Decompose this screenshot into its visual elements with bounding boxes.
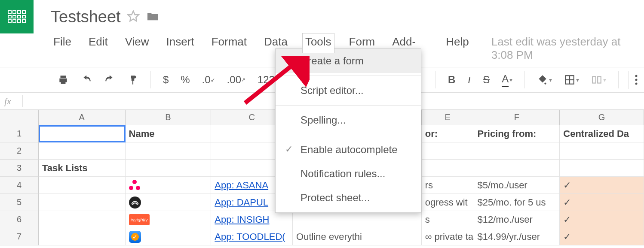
cell-E7[interactable]: ∞ private tasks	[422, 228, 474, 245]
merge-cells-icon[interactable]: ▾	[589, 73, 609, 87]
menu-view[interactable]: View	[123, 33, 152, 50]
menu-enable-autocomplete[interactable]: Enable autocomplete	[276, 138, 421, 162]
cell-G5[interactable]: ✓	[560, 194, 644, 211]
menu-script-editor[interactable]: Script editor...	[276, 79, 421, 103]
cell-F6[interactable]: $12/mo./user	[474, 211, 560, 228]
cell-E1[interactable]: or:	[422, 125, 474, 142]
cell-E4[interactable]: rs	[422, 177, 474, 194]
menu-insert[interactable]: Insert	[164, 33, 197, 50]
fill-color-icon[interactable]: ▾	[534, 73, 555, 87]
star-icon[interactable]	[127, 10, 140, 24]
cell-F1[interactable]: Pricing from:	[474, 125, 560, 142]
menu-spelling[interactable]: Spelling...	[276, 108, 421, 132]
cell[interactable]	[422, 160, 474, 177]
menu-form[interactable]: Form	[347, 33, 378, 50]
cell[interactable]	[560, 160, 644, 177]
cell-B4-icon[interactable]	[126, 177, 212, 194]
cell-D7[interactable]: Outline everythi	[293, 228, 422, 245]
menu-notification-rules[interactable]: Notification rules...	[276, 162, 421, 186]
paint-format-icon[interactable]	[125, 73, 141, 87]
strikethrough-button[interactable]: S	[480, 72, 492, 88]
cell-A3[interactable]: Task Lists	[39, 160, 126, 177]
cell[interactable]	[293, 211, 422, 228]
menu-protect-sheet[interactable]: Protect sheet...	[276, 186, 421, 210]
col-header-G[interactable]: G	[560, 110, 644, 125]
tools-dropdown: Create a form Script editor... Spelling.…	[275, 48, 421, 213]
format-currency[interactable]: $	[160, 72, 171, 88]
cell-B6-icon[interactable]: insightly	[126, 211, 212, 228]
menu-file[interactable]: File	[51, 33, 74, 50]
cell-G4[interactable]: ✓	[560, 177, 644, 194]
increase-decimal[interactable]: .00↗	[224, 72, 248, 88]
cell-C7[interactable]: App: TOODLED(	[211, 228, 293, 245]
cell-C6[interactable]: App: INSIGH	[211, 211, 293, 228]
menu-data[interactable]: Data	[261, 33, 290, 50]
menu-edit[interactable]: Edit	[86, 33, 110, 50]
italic-button[interactable]: I	[465, 73, 473, 88]
cell-G7[interactable]: ✓	[560, 228, 644, 245]
cell[interactable]	[39, 228, 126, 245]
cell[interactable]	[39, 211, 126, 228]
cell-F5[interactable]: $25/mo. for 5 us	[474, 194, 560, 211]
undo-icon[interactable]	[78, 73, 95, 87]
format-percent[interactable]: %	[178, 72, 192, 88]
row-header[interactable]: 3	[0, 160, 39, 177]
cell[interactable]	[474, 160, 560, 177]
redo-icon[interactable]	[101, 73, 118, 87]
cell-B1[interactable]: Name	[126, 125, 212, 142]
svg-point-7	[635, 79, 638, 81]
row-header[interactable]: 1	[0, 125, 39, 142]
svg-rect-5	[598, 76, 601, 83]
col-header-A[interactable]: A	[39, 110, 126, 125]
cell[interactable]	[560, 142, 644, 160]
row-header[interactable]: 7	[0, 228, 39, 245]
cell[interactable]	[39, 142, 126, 160]
borders-icon[interactable]: ▾	[561, 73, 582, 87]
select-all-corner[interactable]	[0, 110, 39, 125]
svg-point-8	[635, 83, 638, 85]
menu-format[interactable]: Format	[209, 33, 249, 50]
last-edit-label[interactable]: Last edit was yesterday at 3:08 PM	[491, 35, 644, 62]
menu-tools[interactable]: Tools	[302, 33, 334, 53]
cell-G1[interactable]: Centralized Da	[560, 125, 644, 142]
cell-F7[interactable]: $14.99/yr./user	[474, 228, 560, 245]
bold-button[interactable]: B	[445, 72, 458, 88]
col-header-F[interactable]: F	[474, 110, 560, 125]
col-header-B[interactable]: B	[126, 110, 212, 125]
cell-B5-icon[interactable]	[126, 194, 212, 211]
cell[interactable]	[422, 142, 474, 160]
print-icon[interactable]	[55, 73, 71, 87]
cell[interactable]	[39, 177, 126, 194]
svg-rect-4	[592, 76, 596, 83]
fx-label: fx	[4, 96, 22, 107]
sheets-glyph	[8, 10, 26, 23]
doc-title[interactable]: Testsheet	[51, 8, 121, 26]
cell-E5[interactable]: ogress wit	[422, 194, 474, 211]
col-header-E[interactable]: E	[422, 110, 474, 125]
cell[interactable]	[126, 160, 212, 177]
app-sheets-icon[interactable]	[0, 0, 34, 33]
row-header[interactable]: 5	[0, 194, 39, 211]
row-header[interactable]: 2	[0, 142, 39, 160]
text-color-button[interactable]: A▾	[499, 71, 515, 89]
cell-F4[interactable]: $5/mo./user	[474, 177, 560, 194]
folder-icon[interactable]	[146, 9, 159, 25]
row-header[interactable]: 4	[0, 177, 39, 194]
more-toolbar-icon[interactable]	[628, 71, 644, 89]
cell[interactable]	[126, 142, 212, 160]
menu-create-form[interactable]: Create a form	[276, 49, 421, 73]
cell[interactable]	[39, 194, 126, 211]
cell-G6[interactable]: ✓	[560, 211, 644, 228]
svg-marker-0	[128, 11, 138, 21]
row-header[interactable]: 6	[0, 211, 39, 228]
cell-A1[interactable]	[39, 125, 126, 142]
cell-B7-icon[interactable]: ✓	[126, 228, 212, 245]
cell[interactable]	[474, 142, 560, 160]
cell-E6[interactable]: s	[422, 211, 474, 228]
decrease-decimal[interactable]: .0↙	[199, 72, 218, 88]
menu-help[interactable]: Help	[443, 33, 471, 50]
svg-point-6	[635, 75, 638, 77]
